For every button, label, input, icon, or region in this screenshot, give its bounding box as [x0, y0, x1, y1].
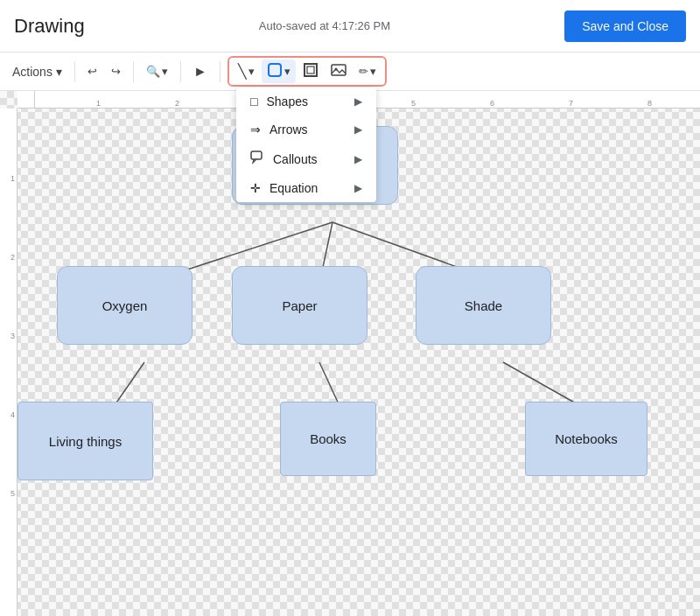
pen-chevron: ▾ — [370, 65, 376, 78]
page-title: Drawing — [14, 15, 85, 38]
node-living-things-label: Living things — [49, 434, 122, 449]
shape-tools-group: ╲ ▾ ▾ ✏ ▾ — [228, 56, 387, 87]
image-tool-button[interactable] — [326, 60, 352, 83]
ruler-mark: 1 — [96, 99, 101, 108]
ruler-mark: 5 — [411, 99, 416, 108]
actions-menu-button[interactable]: Actions ▾ — [7, 61, 67, 82]
divider-3 — [180, 61, 181, 82]
ruler-vmark: 5 — [10, 489, 15, 498]
divider-4 — [220, 61, 220, 82]
equation-label: Equation — [270, 181, 318, 195]
actions-chevron: ▾ — [56, 65, 62, 79]
select-icon: ► — [193, 64, 207, 80]
shapes-icon: □ — [250, 94, 257, 108]
svg-rect-1 — [304, 64, 317, 76]
shapes-label: Shapes — [266, 94, 307, 108]
ruler-mark: 2 — [175, 99, 179, 108]
shape-chevron: ▾ — [284, 65, 290, 78]
divider-1 — [74, 61, 75, 82]
actions-label: Actions — [12, 65, 52, 79]
node-oxygen[interactable]: Oxygen — [57, 266, 192, 345]
zoom-icon: 🔍 — [146, 65, 160, 78]
node-living-things[interactable]: Living things — [18, 402, 153, 480]
header: Drawing Auto-saved at 4:17:26 PM Save an… — [0, 0, 700, 52]
ruler-vertical: 1 2 3 4 5 — [0, 108, 18, 616]
autosave-status: Auto-saved at 4:17:26 PM — [259, 19, 390, 32]
ruler-vmark: 4 — [10, 410, 15, 419]
arrows-arrow: ▶ — [354, 123, 362, 136]
callouts-arrow: ▶ — [354, 153, 362, 165]
pen-tool-button[interactable]: ✏ ▾ — [354, 62, 382, 80]
equation-arrow: ▶ — [354, 182, 362, 194]
ruler-vmark: 3 — [10, 332, 15, 340]
shapes-arrow: ▶ — [354, 95, 362, 108]
node-notebooks-label: Notebooks — [555, 431, 618, 446]
frame-icon — [303, 62, 318, 80]
svg-rect-3 — [332, 65, 346, 75]
arrows-icon: ⇒ — [250, 122, 261, 136]
shape-icon — [267, 62, 283, 80]
node-books-label: Books — [310, 431, 346, 446]
ruler-mark: 8 — [648, 99, 652, 108]
node-paper[interactable]: Paper — [232, 266, 368, 345]
callouts-icon — [250, 150, 264, 167]
shapes-dropdown-menu: □ Shapes ▶ ⇒ Arrows ▶ Callouts ▶ ✛ — [236, 88, 376, 202]
line-icon: ╲ — [238, 63, 247, 80]
divider-2 — [133, 61, 134, 82]
undo-icon: ↩ — [88, 65, 97, 78]
dropdown-item-callouts[interactable]: Callouts ▶ — [236, 144, 376, 174]
svg-rect-2 — [307, 66, 314, 74]
equation-icon: ✛ — [250, 181, 261, 195]
ruler-vmark: 1 — [10, 174, 15, 183]
node-shade-label: Shade — [465, 298, 502, 313]
node-paper-label: Paper — [282, 298, 317, 313]
select-tool-button[interactable]: ► — [188, 60, 213, 83]
node-oxygen-label: Oxygen — [102, 298, 148, 313]
node-books[interactable]: Books — [280, 402, 376, 476]
svg-rect-5 — [251, 151, 262, 159]
dropdown-item-equation[interactable]: ✛ Equation ▶ — [236, 174, 376, 202]
svg-rect-0 — [269, 64, 281, 76]
pen-icon: ✏ — [359, 65, 368, 78]
zoom-button[interactable]: 🔍 ▾ — [141, 61, 173, 81]
node-shade[interactable]: Shade — [416, 266, 551, 345]
frame-tool-button[interactable] — [298, 60, 324, 83]
line-chevron: ▾ — [248, 65, 255, 78]
save-close-button[interactable]: Save and Close — [564, 10, 686, 42]
zoom-chevron: ▾ — [162, 65, 168, 78]
undo-button[interactable]: ↩ — [82, 61, 102, 81]
arrows-label: Arrows — [270, 122, 308, 136]
dropdown-item-arrows[interactable]: ⇒ Arrows ▶ — [236, 116, 376, 144]
ruler-mark: 6 — [490, 99, 494, 108]
redo-icon: ↪ — [111, 65, 121, 78]
image-icon — [331, 62, 346, 80]
ruler-vmark: 2 — [10, 253, 15, 262]
line-tool-button[interactable]: ╲ ▾ — [233, 60, 260, 82]
shape-tool-button[interactable]: ▾ — [262, 60, 296, 83]
dropdown-item-shapes[interactable]: □ Shapes ▶ — [236, 88, 376, 116]
ruler-mark: 7 — [569, 99, 573, 108]
toolbar: Actions ▾ ↩ ↪ 🔍 ▾ ► ╲ ▾ ▾ — [0, 52, 700, 91]
node-notebooks[interactable]: Notebooks — [525, 402, 648, 476]
redo-button[interactable]: ↪ — [106, 61, 126, 81]
callouts-label: Callouts — [273, 152, 318, 166]
